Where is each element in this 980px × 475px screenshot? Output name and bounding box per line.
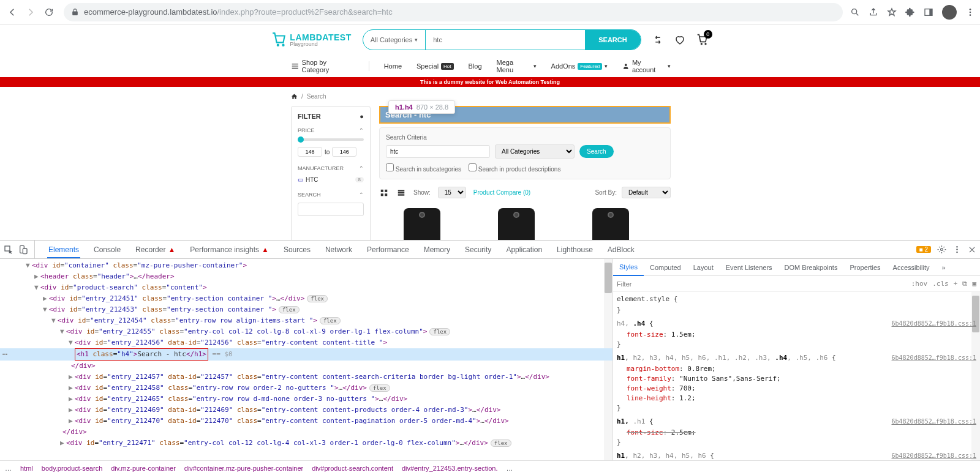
filter-search-title[interactable]: SEARCH⌃	[298, 192, 364, 198]
criteria-search-button[interactable]: Search	[579, 145, 614, 158]
elements-tree[interactable]: ▼<div id="container" class="mz-pure-push…	[0, 259, 612, 460]
zoom-icon[interactable]	[850, 7, 860, 17]
show-select[interactable]: 15	[438, 187, 466, 198]
filter-search-input[interactable]	[298, 203, 364, 216]
wishlist-icon[interactable]	[674, 34, 685, 45]
tab-perf-insights[interactable]: Performance insights ▲	[189, 241, 270, 258]
cls-toggle[interactable]: .cls	[932, 280, 949, 288]
gear-icon[interactable]	[937, 245, 946, 254]
svg-point-19	[956, 249, 958, 250]
menu-mega[interactable]: Mega Menu ▾	[497, 59, 537, 73]
tab-security[interactable]: Security	[464, 241, 492, 258]
mfr-count: 8	[355, 177, 364, 182]
sort-select[interactable]: Default	[622, 187, 671, 198]
styles-scrollbar[interactable]	[971, 292, 980, 460]
profile-avatar[interactable]	[942, 5, 957, 20]
price-max[interactable]	[332, 147, 356, 157]
forward-button[interactable]	[23, 5, 38, 20]
filter-price-title[interactable]: PRICE⌃	[298, 127, 364, 133]
back-button[interactable]	[5, 5, 20, 20]
star-icon[interactable]	[887, 7, 897, 17]
styles-body[interactable]: element.style { } 6b4820d8852…f9b18.css:…	[613, 292, 980, 460]
filter-mfr-title[interactable]: MANUFACTURER⌃	[298, 165, 364, 171]
device-toggle-icon[interactable]	[18, 245, 28, 255]
bc-item[interactable]: div#product-search.content	[312, 465, 393, 472]
tab-console[interactable]: Console	[92, 241, 122, 258]
bc-item[interactable]: html	[20, 465, 33, 472]
product-card[interactable]	[473, 208, 559, 240]
svg-rect-10	[385, 193, 387, 196]
styles-filter-input[interactable]	[617, 280, 907, 288]
stab-styles[interactable]: Styles	[613, 259, 644, 276]
menu-icon[interactable]	[965, 7, 975, 17]
bc-item[interactable]: body.product-search	[42, 465, 102, 472]
mfr-item-htc[interactable]: ▭ HTC 8	[298, 176, 364, 183]
tab-application[interactable]: Application	[505, 241, 543, 258]
stab-props[interactable]: Properties	[843, 259, 886, 275]
criteria-keyword[interactable]	[386, 145, 490, 158]
bc-item[interactable]: div.mz-pure-container	[111, 465, 176, 472]
filter-header[interactable]: FILTER ●	[298, 113, 364, 120]
bc-more[interactable]: …	[506, 465, 513, 472]
box-model-icon[interactable]: ▣	[972, 280, 976, 288]
menu-home[interactable]: Home	[384, 62, 402, 70]
bc-item[interactable]: div#container.mz-pure-pusher-container	[184, 465, 303, 472]
selected-element-line[interactable]: ⋯<h1 class="h4">Search - htc</h1> == $0	[0, 348, 612, 361]
menu-addons[interactable]: AddOnsFeatured ▾	[551, 62, 608, 70]
menu-account[interactable]: My account ▾	[622, 59, 671, 73]
svg-point-0	[852, 9, 857, 13]
compare-icon[interactable]	[652, 34, 663, 45]
tab-adblock[interactable]: AdBlock	[606, 241, 636, 258]
criteria-sub-checkbox[interactable]: Search in subcategories	[386, 163, 461, 173]
bc-dots[interactable]: …	[5, 465, 12, 472]
stab-events[interactable]: Event Listeners	[720, 259, 778, 275]
stab-dom[interactable]: DOM Breakpoints	[778, 259, 844, 275]
list-view-icon[interactable]	[396, 188, 406, 198]
logo[interactable]: LAMBDATESTPlayground	[271, 32, 351, 48]
home-icon	[291, 93, 298, 100]
svg-rect-9	[381, 193, 383, 196]
criteria-desc-checkbox[interactable]: Search in product descriptions	[469, 163, 560, 173]
brand-icon: ▭	[298, 176, 303, 183]
search-category[interactable]: All Categories ▾	[363, 30, 426, 50]
tab-recorder[interactable]: Recorder ▲	[134, 241, 176, 258]
tab-memory[interactable]: Memory	[423, 241, 451, 258]
elements-breadcrumb[interactable]: … html body.product-search div.mz-pure-c…	[0, 460, 980, 475]
tab-elements[interactable]: Elements	[47, 241, 80, 258]
compare-link[interactable]: Product Compare (0)	[473, 189, 530, 196]
share-icon[interactable]	[869, 7, 878, 17]
product-card[interactable]	[379, 208, 465, 240]
extensions-icon[interactable]	[905, 7, 915, 17]
criteria-category[interactable]: All Categories	[495, 144, 575, 159]
search-input[interactable]	[426, 36, 585, 43]
price-slider[interactable]	[298, 138, 364, 141]
price-min[interactable]	[298, 147, 322, 157]
menu-shop-by-category[interactable]: Shop by Category	[291, 59, 354, 73]
stab-layout[interactable]: Layout	[687, 259, 720, 275]
new-rule-icon[interactable]: +	[954, 280, 958, 288]
tab-lighthouse[interactable]: Lighthouse	[556, 241, 594, 258]
breadcrumb-home[interactable]	[291, 93, 298, 100]
reload-button[interactable]	[42, 5, 56, 20]
menu-blog[interactable]: Blog	[469, 62, 482, 70]
stab-more[interactable]: »	[935, 259, 951, 275]
tab-sources[interactable]: Sources	[282, 241, 312, 258]
more-icon[interactable]	[952, 245, 962, 254]
menu-special[interactable]: SpecialHot	[417, 62, 454, 70]
url-bar[interactable]: ecommerce-playground.lambdatest.io/index…	[64, 3, 843, 21]
tab-network[interactable]: Network	[324, 241, 353, 258]
search-button[interactable]: SEARCH	[585, 30, 640, 50]
tab-performance[interactable]: Performance	[366, 241, 410, 258]
stab-computed[interactable]: Computed	[644, 259, 687, 275]
grid-view-icon[interactable]	[379, 188, 389, 198]
computed-toggle-icon[interactable]: ⧉	[962, 280, 967, 288]
sidepanel-icon[interactable]	[924, 7, 933, 17]
inspect-icon[interactable]	[4, 245, 13, 255]
hov-toggle[interactable]: :hov	[911, 280, 928, 288]
close-icon[interactable]	[968, 245, 976, 254]
bc-item[interactable]: div#entry_212453.entry-section.	[402, 465, 498, 472]
product-card[interactable]	[568, 208, 654, 240]
cart-button[interactable]: 0	[696, 34, 709, 46]
stab-a11y[interactable]: Accessibility	[887, 259, 936, 275]
issues-badge[interactable]: ■ 2	[916, 246, 931, 253]
